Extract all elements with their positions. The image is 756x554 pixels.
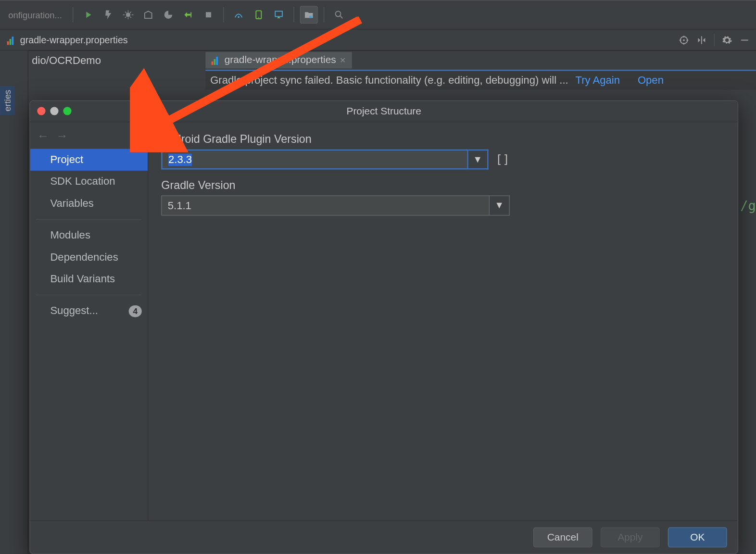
project-structure-dialog: Project Structure ← → Project SDK Locati… xyxy=(29,101,738,554)
left-tool-window-bar: erties xyxy=(0,51,28,554)
svg-point-7 xyxy=(335,11,340,16)
sync-message: Gradle project sync failed. Basic functi… xyxy=(210,74,568,87)
dialog-footer: Cancel Apply OK xyxy=(30,520,738,554)
stop-icon[interactable] xyxy=(200,6,217,24)
plugin-version-input[interactable] xyxy=(161,150,468,170)
nav-back-icon[interactable]: ← xyxy=(37,129,49,143)
svg-point-0 xyxy=(126,13,130,17)
sidebar-item-label: Suggest... xyxy=(50,305,98,317)
dialog-titlebar[interactable]: Project Structure xyxy=(30,101,738,122)
dropdown-arrow-icon[interactable]: ▼ xyxy=(468,150,489,170)
attach-debug-icon[interactable] xyxy=(179,6,197,24)
sidebar-item-label: SDK Location xyxy=(50,176,115,188)
main-toolbar: onfiguration... xyxy=(0,0,756,29)
dialog-main-panel: Android Gradle Plugin Version ▼ [] Gradl… xyxy=(148,122,738,520)
svg-point-2 xyxy=(238,16,239,18)
breadcrumb-path[interactable]: dio/OCRDemo xyxy=(28,51,756,70)
svg-rect-1 xyxy=(206,12,211,17)
sidebar-item-label: Variables xyxy=(50,197,94,209)
svg-point-4 xyxy=(258,17,259,18)
target-icon[interactable] xyxy=(678,33,691,46)
dialog-sidebar: ← → Project SDK Location Variables Modul… xyxy=(30,122,149,520)
sidebar-item-label: Build Variants xyxy=(50,273,115,285)
suggestions-badge: 4 xyxy=(129,305,142,317)
plugin-version-combo[interactable]: ▼ [] xyxy=(161,150,510,170)
run-icon[interactable] xyxy=(79,6,97,24)
open-link[interactable]: Open xyxy=(638,74,664,87)
nav-forward-icon[interactable]: → xyxy=(56,129,68,143)
gear-icon[interactable] xyxy=(720,33,733,46)
dropdown-arrow-icon[interactable]: ▼ xyxy=(490,195,510,215)
sidebar-item-label: Project xyxy=(50,153,83,165)
dialog-title: Project Structure xyxy=(346,105,421,117)
properties-file-icon xyxy=(7,35,17,45)
minimize-icon[interactable] xyxy=(738,33,751,46)
sidebar-item-suggestions[interactable]: Suggest... 4 xyxy=(30,300,148,322)
zoom-window-icon[interactable] xyxy=(63,107,71,115)
sidebar-item-label: Modules xyxy=(50,229,90,241)
ok-button[interactable]: OK xyxy=(668,527,727,547)
sync-gradle-icon[interactable] xyxy=(230,6,248,24)
profiler-icon[interactable] xyxy=(159,6,177,24)
debug-icon[interactable] xyxy=(119,6,137,24)
sidebar-item-build-variants[interactable]: Build Variants xyxy=(30,268,148,290)
sidebar-item-project[interactable]: Project xyxy=(30,149,148,170)
svg-point-9 xyxy=(683,39,684,40)
run-config-dropdown[interactable]: onfiguration... xyxy=(3,7,66,22)
sidebar-item-sdk-location[interactable]: SDK Location xyxy=(30,171,148,192)
brackets-hint: [] xyxy=(495,152,510,166)
sync-failure-banner: Gradle project sync failed. Basic functi… xyxy=(205,70,756,90)
try-again-link[interactable]: Try Again xyxy=(575,74,620,87)
close-window-icon[interactable] xyxy=(37,107,45,115)
sidebar-item-label: Dependencies xyxy=(50,251,118,263)
bolt-icon[interactable] xyxy=(99,6,117,24)
sidebar-item-dependencies[interactable]: Dependencies xyxy=(30,246,148,268)
minimize-window-icon[interactable] xyxy=(50,107,58,115)
editor-tab[interactable]: gradle-wrapp...properties ✕ xyxy=(205,52,352,68)
gradle-version-combo[interactable]: ▼ xyxy=(161,195,510,215)
code-text: /g xyxy=(740,199,756,214)
gradle-version-label: Gradle Version xyxy=(161,179,725,192)
svg-rect-10 xyxy=(741,39,748,40)
sidebar-item-variables[interactable]: Variables xyxy=(30,192,148,214)
split-icon[interactable] xyxy=(695,33,708,46)
editor-tab-label: gradle-wrapp...properties xyxy=(225,54,336,66)
avd-manager-icon[interactable] xyxy=(250,6,267,24)
gradle-version-input[interactable] xyxy=(161,195,490,215)
properties-file-icon xyxy=(212,55,221,65)
search-icon[interactable] xyxy=(330,6,348,24)
sidebar-tab-vertical[interactable]: erties xyxy=(0,86,15,115)
close-tab-icon[interactable]: ✕ xyxy=(340,56,346,64)
coverage-icon[interactable] xyxy=(139,6,157,24)
sdk-manager-icon[interactable] xyxy=(270,6,288,24)
svg-rect-5 xyxy=(275,11,282,16)
cancel-button[interactable]: Cancel xyxy=(533,527,592,547)
apply-button[interactable]: Apply xyxy=(601,527,660,547)
project-structure-icon[interactable] xyxy=(300,6,318,24)
window-controls xyxy=(37,107,71,115)
plugin-version-label: Android Gradle Plugin Version xyxy=(161,133,725,146)
svg-rect-6 xyxy=(309,16,312,18)
sidebar-item-modules[interactable]: Modules xyxy=(30,225,148,246)
